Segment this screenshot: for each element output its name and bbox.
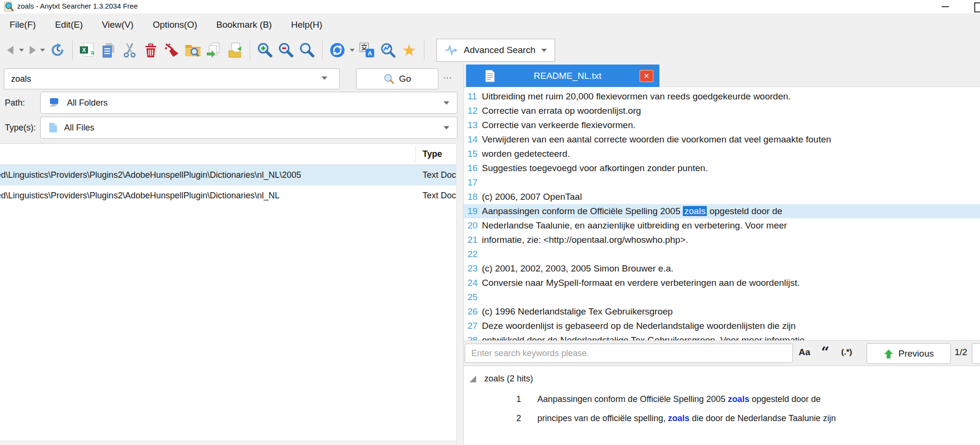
refresh-dropdown[interactable]: [348, 38, 356, 62]
line-text: (c) 2006, 2007 OpenTaal: [482, 192, 582, 202]
menu-item-file-f-[interactable]: File(F): [0, 13, 45, 36]
results-body: ed\Linguistics\Providers\Plugins2\AdobeH…: [0, 165, 456, 206]
previous-label: Previous: [899, 348, 934, 359]
next-button[interactable]: [972, 343, 980, 364]
back-button[interactable]: [5, 38, 17, 62]
table-row[interactable]: ed\Linguistics\Providers\Plugins2\AdobeH…: [0, 165, 456, 185]
search-icon: [383, 73, 395, 85]
line-number: 18: [468, 192, 482, 202]
close-tab-button[interactable]: ✕: [639, 70, 654, 82]
zoom-out-button[interactable]: [276, 38, 297, 62]
menu-item-edit-e-[interactable]: Edit(E): [45, 13, 92, 36]
refresh-button[interactable]: [327, 38, 348, 62]
clean-button[interactable]: [161, 38, 182, 62]
computer-icon: [48, 98, 61, 108]
hits-group-header[interactable]: zoals (2 hits): [469, 374, 533, 384]
copy-file-icon: [206, 42, 222, 58]
tab-bar: README_NL.txt ✕: [464, 65, 980, 87]
hit-number: 2: [516, 413, 537, 423]
type-column-header[interactable]: Type: [423, 144, 442, 164]
menu-bar: File(F)Edit(E)View(V)Options(O)Bookmark …: [0, 13, 980, 36]
viewer-line: 13Correctie van verkeerde flexievormen.: [464, 118, 980, 132]
copy-content-button[interactable]: [98, 38, 119, 62]
line-number: 27: [468, 321, 482, 331]
menu-item-options-o-[interactable]: Options(O): [143, 13, 207, 36]
open-folder-button[interactable]: [182, 38, 203, 62]
menu-item-help-h-[interactable]: Help(H): [281, 13, 332, 36]
match-case-button[interactable]: Aa: [799, 347, 810, 358]
hit-row[interactable]: 1Aanpassingen conform de Officiële Spell…: [464, 391, 980, 407]
move-file-icon: [227, 42, 243, 58]
whole-word-button[interactable]: “: [821, 344, 829, 360]
hit-row[interactable]: 2principes van de officiële spelling, zo…: [464, 410, 980, 426]
translate-button[interactable]: A: [356, 38, 378, 62]
regex-button[interactable]: (.*): [841, 347, 852, 357]
types-label: Type(s):: [5, 123, 36, 133]
move-file-button[interactable]: [224, 38, 245, 62]
result-preview-button[interactable]: [378, 38, 399, 62]
viewer-line: 17: [464, 175, 980, 190]
viewer-line: 18(c) 2006, 2007 OpenTaal: [464, 190, 980, 204]
back-history-dropdown[interactable]: [17, 38, 26, 62]
types-combobox[interactable]: All Files: [40, 117, 457, 139]
line-number: 13: [468, 120, 482, 130]
favorites-button[interactable]: ★: [399, 38, 420, 62]
maximize-button[interactable]: [974, 2, 980, 12]
previous-button[interactable]: Previous: [867, 343, 951, 364]
find-keywords-input[interactable]: [465, 344, 793, 363]
file-icon: [48, 122, 58, 133]
open-folder-search-icon: [184, 42, 201, 58]
results-header[interactable]: Type: [0, 144, 456, 165]
export-excel-button[interactable]: Xa: [77, 38, 98, 62]
hit-match: zoals: [728, 394, 749, 404]
chevron-down-icon: [19, 48, 24, 52]
viewer-line: 16Suggesties toegevoegd voor afkortingen…: [464, 161, 980, 175]
menu-item-bookmark-b-[interactable]: Bookmark (B): [207, 13, 281, 36]
line-number: 11: [468, 91, 482, 102]
line-text: Aanpassingen conform de Officiële Spelli…: [482, 206, 782, 217]
table-row[interactable]: ed\Linguistics\Providers\Plugins2\AdobeH…: [0, 185, 456, 206]
viewer-line: 20Nederlandse Taalunie, en aanzienlijke …: [464, 218, 980, 233]
toolbar: Xa: [0, 36, 980, 65]
result-path-cell: ed\Linguistics\Providers\Plugins2\AdobeH…: [0, 185, 419, 206]
advanced-search-label: Advanced Search: [464, 45, 535, 55]
horizontal-scrollbar[interactable]: [0, 441, 456, 445]
hit-text: Aanpassingen conform de Officiële Spelli…: [537, 394, 821, 404]
line-number: 17: [468, 177, 482, 188]
path-value: All Folders: [67, 98, 108, 108]
line-text: Nederlandse Taalunie, en aanzienlijke ui…: [482, 220, 787, 231]
back-icon: [5, 44, 17, 56]
tab-readme-nl[interactable]: README_NL.txt ✕: [466, 65, 659, 87]
viewer-line: 12Correctie van errata op woordenlijst.o…: [464, 104, 980, 118]
anytxt-searcher-window: zoals - Anytxt Searcher 1.3.2034 Free Fi…: [0, 0, 980, 445]
minimize-button[interactable]: [934, 0, 956, 13]
cut-button[interactable]: [119, 38, 140, 62]
toolbar-separator: [322, 40, 323, 60]
line-text: (c) 2001, 2002, 2003, 2005 Simon Brouwer…: [482, 263, 673, 274]
history-button[interactable]: [47, 38, 68, 62]
viewer-line: 26(c) 1996 Nederlandstalige Tex Gebruike…: [464, 304, 980, 319]
forward-history-dropdown[interactable]: [38, 38, 47, 62]
path-combobox[interactable]: All Folders: [40, 92, 457, 114]
forward-button[interactable]: [26, 38, 38, 62]
zoom-in-icon: [256, 42, 274, 59]
delete-button[interactable]: [140, 38, 161, 62]
line-text: Conversie naar MySpell-formaat en verder…: [482, 278, 800, 288]
find-bar: Aa “ (.*) Previous 1/2: [464, 340, 980, 366]
preview-panel: README_NL.txt ✕ 11Uitbreiding met ruim 2…: [463, 65, 980, 445]
text-viewer[interactable]: 11Uitbreiding met ruim 20,000 flexievorm…: [464, 87, 980, 340]
hit-match: zoals: [668, 413, 690, 423]
zoom-in-button[interactable]: [255, 38, 276, 62]
search-history-dropdown-icon[interactable]: [322, 76, 327, 80]
viewer-line: 25: [464, 290, 980, 304]
search-zoom-button[interactable]: [297, 38, 318, 62]
go-button[interactable]: Go: [356, 68, 438, 89]
menu-item-view-v-[interactable]: View(V): [92, 13, 143, 36]
viewer-line: 28ontwikkeld door de Nederlandstalige Te…: [464, 333, 980, 340]
more-options-button[interactable]: ...: [443, 70, 452, 81]
copy-file-button[interactable]: [203, 38, 224, 62]
search-input[interactable]: [4, 68, 340, 89]
arrow-up-icon: [884, 348, 893, 359]
advanced-search-button[interactable]: Advanced Search: [436, 39, 555, 62]
vertical-scrollbar[interactable]: [456, 143, 463, 445]
